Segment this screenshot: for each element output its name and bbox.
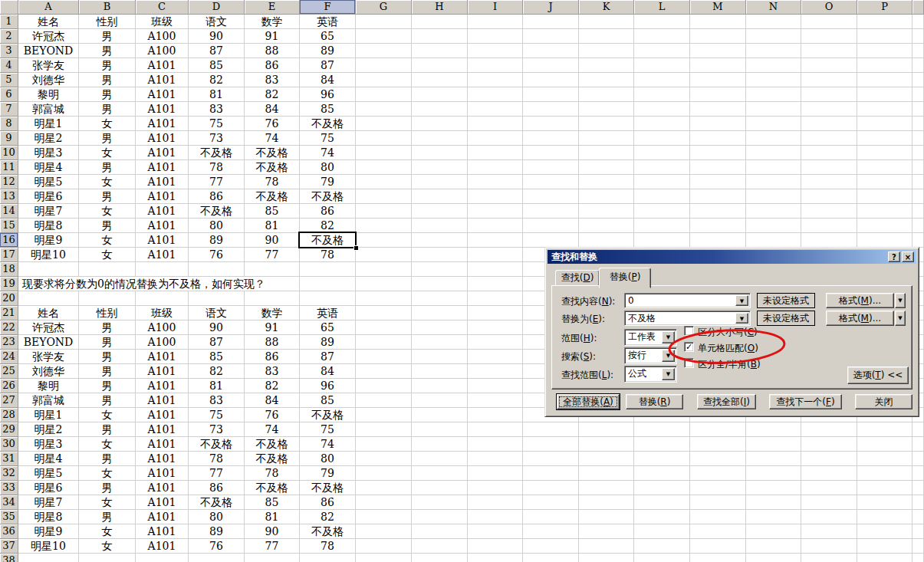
cell-B34[interactable]: 女 [79, 495, 135, 509]
action-button-2[interactable]: 查找全部(I) [697, 394, 756, 409]
cell-A17[interactable]: 明星10 [18, 248, 78, 261]
cell-C8[interactable]: A101 [136, 117, 188, 130]
cell-B25[interactable]: 男 [79, 364, 135, 378]
cell-F23[interactable]: 89 [300, 335, 355, 349]
cell-B23[interactable]: 男 [79, 335, 135, 349]
dropdown-arrow-icon[interactable]: ▼ [662, 331, 675, 343]
cell-D9[interactable]: 73 [189, 131, 244, 145]
cell-B4[interactable]: 男 [79, 58, 135, 72]
cell-C23[interactable]: A100 [136, 335, 188, 349]
cell-A16[interactable]: 明星9 [18, 233, 78, 247]
help-icon[interactable]: ? [888, 251, 900, 262]
cell-B33[interactable]: 男 [79, 481, 135, 495]
column-header-N[interactable]: N [746, 0, 801, 15]
find-format-dropdown-icon[interactable]: ▼ [895, 293, 906, 308]
cell-C12[interactable]: A101 [136, 175, 188, 189]
dropdown-arrow-icon[interactable]: ▼ [735, 313, 748, 324]
column-header-B[interactable]: B [79, 0, 136, 15]
cell-C13[interactable]: A101 [136, 189, 188, 203]
cell-C36[interactable]: A101 [136, 524, 188, 538]
cell-A15[interactable]: 明星8 [18, 219, 78, 232]
column-header-A[interactable]: A [18, 0, 79, 15]
checkbox-2[interactable] [684, 358, 694, 368]
cell-B30[interactable]: 女 [79, 437, 135, 451]
cell-E36[interactable]: 90 [245, 524, 299, 538]
cell-B35[interactable]: 男 [79, 510, 135, 524]
cell-C14[interactable]: A101 [136, 204, 188, 218]
row-header-4[interactable]: 4 [0, 58, 18, 73]
dropdown-arrow-icon[interactable]: ▼ [735, 295, 748, 306]
column-header-K[interactable]: K [579, 0, 634, 15]
cell-A22[interactable]: 许冠杰 [18, 320, 78, 334]
column-header-M[interactable]: M [690, 0, 746, 15]
cell-A35[interactable]: 明星8 [18, 510, 78, 524]
cell-C6[interactable]: A101 [136, 87, 188, 101]
cell-C29[interactable]: A101 [136, 422, 188, 436]
column-header-F[interactable]: F [300, 0, 356, 15]
cell-F13[interactable]: 不及格 [300, 189, 355, 203]
cell-D17[interactable]: 76 [189, 248, 244, 261]
cell-A25[interactable]: 刘德华 [18, 364, 78, 378]
cell-B12[interactable]: 女 [79, 175, 135, 189]
cell-A33[interactable]: 明星6 [18, 481, 78, 495]
cell-C4[interactable]: A101 [136, 58, 188, 72]
row-header-30[interactable]: 30 [0, 437, 18, 452]
cell-E32[interactable]: 78 [245, 466, 299, 480]
cell-E14[interactable]: 85 [245, 204, 299, 218]
cell-D13[interactable]: 86 [189, 189, 244, 203]
row-header-18[interactable]: 18 [0, 262, 18, 277]
cell-F3[interactable]: 89 [300, 44, 355, 58]
row-header-19[interactable]: 19 [0, 277, 18, 291]
dropdown-0[interactable]: 工作表▼ [624, 329, 677, 346]
cell-B6[interactable]: 男 [79, 87, 135, 101]
tab-find[interactable]: 查找(D) [555, 270, 600, 287]
close-icon[interactable]: × [902, 251, 914, 262]
cell-E28[interactable]: 76 [245, 408, 299, 422]
cell-B32[interactable]: 女 [79, 466, 135, 480]
column-header-C[interactable]: C [136, 0, 189, 15]
dropdown-2[interactable]: 公式▼ [624, 366, 677, 383]
cell-C33[interactable]: A101 [136, 481, 188, 495]
cell-B14[interactable]: 女 [79, 204, 135, 218]
cell-C1[interactable]: 班级 [136, 15, 188, 28]
cell-D26[interactable]: 81 [189, 379, 244, 393]
column-header-L[interactable]: L [634, 0, 690, 15]
replace-format-dropdown-icon[interactable]: ▼ [895, 311, 906, 326]
cell-D29[interactable]: 73 [189, 422, 244, 436]
cell-F17[interactable]: 78 [300, 248, 355, 261]
cell-D7[interactable]: 83 [189, 102, 244, 116]
cell-F14[interactable]: 86 [300, 204, 355, 218]
cell-A6[interactable]: 黎明 [18, 87, 78, 101]
cell-E27[interactable]: 84 [245, 393, 299, 407]
cell-B22[interactable]: 男 [79, 320, 135, 334]
options-toggle-button[interactable]: 选项(T) << [847, 366, 909, 384]
row-header-16[interactable]: 16 [0, 233, 18, 248]
cell-C21[interactable]: 班级 [136, 306, 188, 320]
cell-F35[interactable]: 82 [300, 510, 355, 524]
cell-A13[interactable]: 明星6 [18, 189, 78, 203]
cell-F4[interactable]: 87 [300, 58, 355, 72]
row-header-7[interactable]: 7 [0, 102, 18, 117]
cell-F15[interactable]: 82 [300, 219, 355, 232]
dropdown-arrow-icon[interactable]: ▼ [662, 350, 675, 362]
cell-A37[interactable]: 明星10 [18, 539, 78, 553]
column-header-P[interactable]: P [857, 0, 912, 15]
cell-A1[interactable]: 姓名 [18, 15, 78, 28]
row-header-27[interactable]: 27 [0, 393, 18, 408]
cell-E31[interactable]: 不及格 [245, 452, 299, 465]
row-header-10[interactable]: 10 [0, 146, 18, 160]
cell-D28[interactable]: 75 [189, 408, 244, 422]
cell-C26[interactable]: A101 [136, 379, 188, 393]
cell-C11[interactable]: A101 [136, 160, 188, 174]
row-header-21[interactable]: 21 [0, 306, 18, 320]
cell-F12[interactable]: 79 [300, 175, 355, 189]
cell-D10[interactable]: 不及格 [189, 146, 244, 159]
cell-E3[interactable]: 88 [245, 44, 299, 58]
cell-F33[interactable]: 不及格 [300, 481, 355, 495]
cell-A32[interactable]: 明星5 [18, 466, 78, 480]
cell-F7[interactable]: 85 [300, 102, 355, 116]
cell-D35[interactable]: 80 [189, 510, 244, 524]
cell-C5[interactable]: A101 [136, 73, 188, 87]
cell-A23[interactable]: BEYOND [18, 335, 78, 349]
cell-E22[interactable]: 91 [245, 320, 299, 334]
